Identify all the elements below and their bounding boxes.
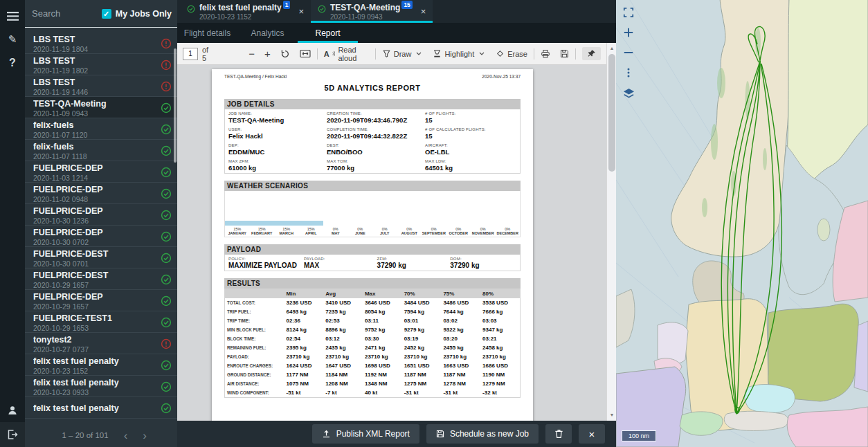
job-list-item[interactable]: FUELPRICE-DEP 2020-11-02 0948 <box>25 183 177 204</box>
job-list-item[interactable]: felix test fuel penalty <box>25 397 177 419</box>
job-list-item[interactable]: tonytest2 2020-10-27 0737 <box>25 333 177 354</box>
save-icon[interactable] <box>560 49 569 58</box>
draw-button[interactable]: Draw <box>382 49 422 58</box>
help-icon[interactable]: ? <box>0 51 25 75</box>
job-list-item[interactable]: felix-fuels 2020-11-07 1118 <box>25 140 177 161</box>
job-list-item[interactable]: felix-fuels 2020-11-07 1120 <box>25 118 177 140</box>
job-name: felix test fuel penalty <box>33 403 161 413</box>
view-tab-flight-details[interactable]: Flight details <box>177 23 237 43</box>
my-jobs-only-label: My Jobs Only <box>116 9 172 19</box>
results-row: MIN BLOCK FUEL:8124 kg8896 kg9752 kg9279… <box>225 325 521 334</box>
results-row: REMAINING FUEL:2395 kg2435 kg2471 kg2452… <box>225 343 521 352</box>
search-input[interactable] <box>32 8 102 19</box>
job-date: 2020-10-30 0701 <box>33 259 161 268</box>
job-list-item[interactable]: felix test fuel penalty 2020-10-23 1152 <box>25 354 177 376</box>
job-detail-field: MAX TOM:77000 kg <box>323 157 422 173</box>
report-title: 5D ANALYTICS REPORT <box>224 84 521 92</box>
job-list-item[interactable]: TEST-QA-Meeting 2020-11-09 0943 <box>25 97 177 118</box>
job-name: FUELPRICE-DEST <box>33 249 161 259</box>
section-weather: WEATHER SCENARIOS <box>224 181 521 191</box>
workspace-tab[interactable]: felix test fuel penalty 1 2020-10-23 115… <box>180 0 311 23</box>
my-jobs-only-checkbox[interactable]: ✓ My Jobs Only <box>102 9 172 19</box>
job-name: FUELPRICE-DEP <box>33 185 161 194</box>
logout-icon[interactable] <box>0 422 25 447</box>
fit-to-width-icon[interactable] <box>300 49 311 58</box>
job-list-item[interactable]: LBS TEST 2020-11-19 1446 <box>25 75 177 97</box>
results-row: AIR DISTANCE:1075 NM1208 NM1348 NM1275 N… <box>225 379 521 388</box>
map-basemap <box>616 0 868 447</box>
status-error-icon <box>161 81 172 92</box>
weather-month-column: 0%JULY <box>372 191 397 237</box>
pagination-prev-button[interactable]: ‹ <box>124 430 128 441</box>
publish-xml-report-button[interactable]: Publish XML Report <box>312 424 419 444</box>
menu-icon[interactable] <box>0 4 25 28</box>
weather-chart: 15%JANUARY15%FEBRUARY15%MARCH15%APRIL0%M… <box>224 191 521 237</box>
scroll-down-arrow[interactable]: ▼ <box>607 411 617 419</box>
job-date: 2020-10-23 0933 <box>33 388 161 396</box>
map-scale-badge: 100 nm <box>622 430 656 441</box>
weather-month-column: 0%OCTOBER <box>446 191 471 237</box>
pdf-scrollbar[interactable]: ▲ ▼ <box>606 43 616 421</box>
pagination-next-button[interactable]: › <box>143 430 147 441</box>
map-panel[interactable]: 100 nm <box>616 0 868 447</box>
read-aloud-button[interactable]: A Read aloud <box>324 46 369 62</box>
tab-close-icon[interactable]: × <box>421 6 426 17</box>
job-list-item[interactable]: FUELPRICE-DEP 2020-10-30 1236 <box>25 204 177 226</box>
job-list-item[interactable]: LBS TEST 2020-11-19 1802 <box>25 54 177 75</box>
erase-button[interactable]: Erase <box>496 49 527 58</box>
delete-job-button[interactable] <box>545 424 572 444</box>
payload-field: POLICY:MAXIMIZE PAYLOAD <box>225 255 300 271</box>
view-tab-report[interactable]: Report <box>298 23 358 43</box>
job-list-item[interactable]: FUELPRICE-DEP 2020-11-03 1214 <box>25 161 177 183</box>
weather-month-column: 0%DECEMBER <box>496 191 521 237</box>
tab-badge: 15 <box>401 1 412 9</box>
job-list-item[interactable]: felix test fuel penalty 2020-10-23 0933 <box>25 376 177 397</box>
job-detail-field: USER:Felix Hackl <box>225 125 323 141</box>
user-icon[interactable] <box>0 399 25 422</box>
job-list-item[interactable]: FUELPRICE-DEST 2020-10-30 0701 <box>25 247 177 268</box>
job-date: 2020-11-07 1120 <box>33 131 161 139</box>
job-list-item[interactable]: FUELPRICE-TEST1 2020-10-29 1653 <box>25 311 177 333</box>
zoom-out-map-icon[interactable] <box>622 46 635 60</box>
layers-icon[interactable] <box>622 86 635 100</box>
pdf-toolbar: of 5 − + A Read aloud Draw <box>177 43 606 65</box>
zoom-in-button[interactable]: + <box>264 48 271 60</box>
schedule-as-new-job-button[interactable]: Schedule as new Job <box>426 424 539 444</box>
fullscreen-icon[interactable] <box>622 6 635 19</box>
job-name: FUELPRICE-TEST1 <box>33 313 161 323</box>
status-success-icon <box>161 102 172 113</box>
job-details-grid: JOB NAME:TEST-QA-MeetingCREATION TIME:20… <box>224 109 521 174</box>
job-list-item[interactable]: FUELPRICE-DEP 2020-10-29 1657 <box>25 290 177 311</box>
zoom-out-button[interactable]: − <box>248 48 255 60</box>
job-sidebar: ✓ My Jobs Only LBS TEST 2020-11-19 1804 … <box>25 0 177 447</box>
job-list-item[interactable]: LBS TEST 2020-11-19 1804 <box>25 33 177 54</box>
results-row: TRIP FUEL:6493 kg7235 kg8054 kg7594 kg76… <box>225 307 521 316</box>
edit-icon[interactable]: ✎ <box>0 28 25 51</box>
print-icon[interactable] <box>541 49 550 59</box>
more-options-icon[interactable] <box>622 66 635 80</box>
results-row: ENROUTE CHARGES:1624 USD1647 USD1698 USD… <box>225 361 521 370</box>
report-doc-header-left: TEST-QA-Meeting / Felix Hackl <box>224 74 287 80</box>
scrollbar-thumb[interactable] <box>608 54 615 172</box>
highlight-button[interactable]: Highlight <box>433 49 485 58</box>
workspace-tab[interactable]: TEST-QA-Meeting 15 2020-11-09 0943 × <box>311 0 433 23</box>
weather-month-column: 15%MARCH <box>274 191 299 237</box>
job-list-scrollbar[interactable] <box>174 48 177 163</box>
view-tab-analytics[interactable]: Analytics <box>237 23 298 43</box>
pdf-viewer[interactable]: TEST-QA-Meeting / Felix Hackl 2020-Nov-2… <box>177 65 606 421</box>
tab-close-icon[interactable]: × <box>298 6 304 17</box>
job-date: 2020-10-30 1236 <box>33 217 161 225</box>
pin-toolbar-icon[interactable] <box>582 47 601 60</box>
job-list-item[interactable]: FUELPRICE-DEP 2020-10-30 0702 <box>25 226 177 247</box>
rotate-icon[interactable] <box>280 49 290 59</box>
results-row: BLOCK TIME:02:5403:1203:3003:1903:2003:2… <box>225 334 521 343</box>
page-number-input[interactable] <box>183 48 198 60</box>
job-list-item[interactable]: FUELPRICE-DEST 2020-10-29 1657 <box>25 268 177 290</box>
zoom-in-map-icon[interactable] <box>622 26 635 39</box>
job-detail-field: MAX ZFM:61000 kg <box>225 157 323 173</box>
close-panel-button[interactable]: × <box>579 424 605 444</box>
tab-badge: 1 <box>283 1 291 9</box>
job-date: 2020-11-19 1446 <box>33 88 161 96</box>
scroll-up-arrow[interactable]: ▲ <box>607 44 617 53</box>
section-payload: PAYLOAD <box>224 244 521 255</box>
